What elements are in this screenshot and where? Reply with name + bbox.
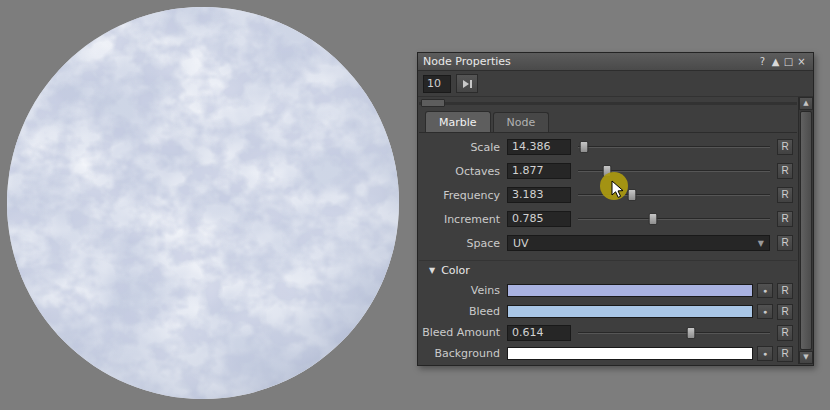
- param-row-increment: Increment 0.785 R: [419, 207, 797, 231]
- panel-toolbar: [418, 71, 813, 97]
- increment-value-field[interactable]: 0.785: [507, 211, 571, 227]
- chevron-down-icon: ▼: [758, 239, 764, 248]
- tab-marble[interactable]: Marble: [425, 111, 491, 132]
- sync-button[interactable]: [456, 74, 478, 93]
- param-row-space: Space UV ▼ R: [419, 231, 797, 255]
- help-icon[interactable]: ?: [756, 54, 769, 70]
- space-label: Space: [419, 237, 507, 250]
- slider-handle[interactable]: [579, 141, 588, 153]
- parameters-list: Scale 14.386 R Octaves 1.877 R: [419, 133, 797, 364]
- param-row-bleed-amount: Bleed Amount 0.614 R: [419, 322, 797, 343]
- background-label: Background: [419, 347, 507, 360]
- octaves-label: Octaves: [419, 165, 507, 178]
- reset-button[interactable]: R: [777, 325, 793, 341]
- panel-titlebar[interactable]: Node Properties ? ▲ □ ×: [418, 53, 813, 71]
- bleed-amount-label: Bleed Amount: [419, 326, 507, 339]
- reset-button[interactable]: R: [777, 139, 793, 155]
- veins-label: Veins: [419, 284, 507, 297]
- cursor-pointer: [611, 180, 625, 200]
- frequency-value-field[interactable]: 3.183: [507, 187, 571, 203]
- color-picker-button[interactable]: ●: [757, 304, 773, 319]
- frequency-label: Frequency: [419, 189, 507, 202]
- maximize-icon[interactable]: □: [782, 54, 795, 70]
- scroll-thumb[interactable]: [800, 111, 812, 350]
- horizontal-scroll-thumb[interactable]: [421, 99, 445, 107]
- slider-handle[interactable]: [687, 327, 696, 339]
- filter-count-input[interactable]: [423, 75, 451, 93]
- node-properties-panel: Node Properties ? ▲ □ × Marble Node Scal…: [417, 52, 814, 366]
- color-ball-icon: ●: [763, 350, 767, 357]
- param-row-scale: Scale 14.386 R: [419, 135, 797, 159]
- warning-icon[interactable]: ▲: [769, 54, 782, 70]
- param-row-bleed: Bleed ● R: [419, 301, 797, 322]
- close-icon[interactable]: ×: [795, 54, 808, 70]
- color-picker-button[interactable]: ●: [757, 283, 773, 298]
- param-row-veins: Veins ● R: [419, 280, 797, 301]
- reset-button[interactable]: R: [777, 283, 793, 299]
- scale-value-field[interactable]: 14.386: [507, 139, 571, 155]
- bleed-color-swatch[interactable]: [507, 305, 753, 318]
- parameters-pane: Marble Node Scale 14.386 R Octaves 1.877: [419, 97, 797, 364]
- slider-handle[interactable]: [627, 189, 636, 201]
- color-picker-button[interactable]: ●: [757, 346, 773, 361]
- veins-color-swatch[interactable]: [507, 284, 753, 297]
- tab-bar: Marble Node: [419, 109, 797, 133]
- reset-button[interactable]: R: [777, 163, 793, 179]
- octaves-value-field[interactable]: 1.877: [507, 163, 571, 179]
- bleed-amount-slider[interactable]: [578, 325, 770, 341]
- color-ball-icon: ●: [763, 287, 767, 294]
- reset-button[interactable]: R: [777, 304, 793, 320]
- collapse-icon[interactable]: ▼: [429, 266, 435, 275]
- desktop-background: { "colors": { "desktop_background": "#7d…: [0, 0, 830, 410]
- slider-handle[interactable]: [648, 213, 657, 225]
- slider-track: [578, 146, 770, 148]
- param-row-background: Background ● R: [419, 343, 797, 364]
- bleed-amount-value-field[interactable]: 0.614: [507, 325, 571, 341]
- color-section-title: Color: [441, 264, 470, 277]
- background-color-swatch[interactable]: [507, 347, 753, 360]
- scroll-up-button[interactable]: ▲: [799, 97, 813, 110]
- horizontal-scrollbar: [419, 97, 797, 109]
- reset-button[interactable]: R: [777, 235, 793, 251]
- increment-label: Increment: [419, 213, 507, 226]
- scale-label: Scale: [419, 141, 507, 154]
- space-dropdown[interactable]: UV ▼: [507, 235, 770, 251]
- vertical-scrollbar: ▲ ▼: [798, 97, 813, 364]
- color-ball-icon: ●: [763, 308, 767, 315]
- reset-button[interactable]: R: [777, 187, 793, 203]
- scroll-down-button[interactable]: ▼: [799, 351, 813, 364]
- sync-icon: [461, 79, 473, 89]
- space-dropdown-value: UV: [513, 237, 529, 250]
- color-section-header[interactable]: ▼ Color: [419, 260, 797, 280]
- tab-node[interactable]: Node: [493, 112, 550, 132]
- reset-button[interactable]: R: [777, 211, 793, 227]
- panel-title: Node Properties: [423, 55, 511, 68]
- marble-sphere-preview: [3, 5, 407, 405]
- bleed-label: Bleed: [419, 305, 507, 318]
- increment-slider[interactable]: [578, 211, 770, 227]
- reset-button[interactable]: R: [777, 346, 793, 362]
- scale-slider[interactable]: [578, 139, 770, 155]
- slider-track: [578, 332, 770, 334]
- slider-track: [578, 218, 770, 220]
- horizontal-scroll-track[interactable]: [419, 102, 797, 105]
